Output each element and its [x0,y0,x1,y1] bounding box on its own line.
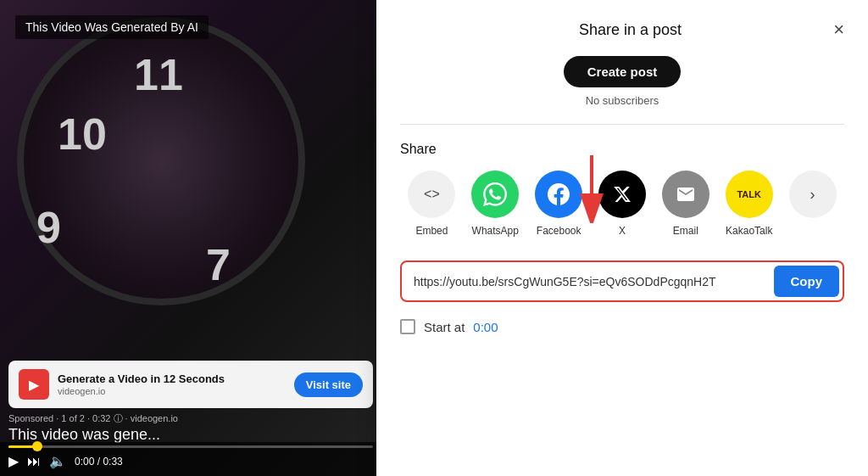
video-controls: ▶ ⏭ 🔈 0:00 / 0:33 [0,442,381,476]
progress-dot [32,441,42,451]
share-whatsapp[interactable]: WhatsApp [464,171,527,237]
kakaotalk-icon: TALK [726,171,773,218]
no-subscribers-label: No subscribers [586,94,659,107]
ad-banner: ▶ Generate a Video in 12 Seconds videoge… [8,361,373,408]
clock-num-11: 11 [134,49,183,100]
facebook-icon [535,171,582,218]
mute-button[interactable]: 🔈 [49,453,66,469]
create-post-button[interactable]: Create post [564,56,682,87]
email-icon [662,171,709,218]
url-text: https://youtu.be/srsCgWunG5E?si=eQv6SODd… [414,275,765,288]
modal-header: Share in a post × [400,20,844,39]
whatsapp-label: WhatsApp [472,225,519,237]
copy-button[interactable]: Copy [774,266,840,297]
video-player: 11 10 9 7 This Video Was Generated By AI… [0,0,381,476]
url-row: https://youtu.be/srsCgWunG5E?si=eQv6SODd… [400,260,844,302]
time-display: 0:00 / 0:33 [75,456,123,468]
play-button[interactable]: ▶ [8,453,19,469]
facebook-label: Facebook [537,225,581,237]
clock-num-10: 10 [58,109,107,160]
divider [400,124,844,125]
whatsapp-icon [471,171,519,218]
share-icons-row: <> Embed WhatsApp Facebook [400,171,844,237]
share-modal: Share in a post × Create post No subscri… [376,0,868,476]
email-label: Email [673,225,698,237]
x-icon [598,171,646,218]
ad-icon: ▶ [19,369,49,400]
next-button[interactable]: ⏭ [27,454,41,469]
kakaotalk-label: KakaoTalk [726,225,772,237]
ad-title: Generate a Video in 12 Seconds [58,372,286,387]
video-bottom-text: This video was gene... [8,426,373,444]
start-at-label: Start at [424,320,465,334]
share-more[interactable]: › [781,171,844,218]
ad-text: Generate a Video in 12 Seconds videogen.… [58,372,286,397]
clock-visual: 11 10 9 7 [17,17,305,305]
share-facebook[interactable]: Facebook [527,171,591,237]
start-at-time[interactable]: 0:00 [473,320,498,334]
share-x[interactable]: X [591,171,654,237]
clock-num-9: 9 [36,202,61,253]
embed-label: Embed [415,225,448,237]
share-embed[interactable]: <> Embed [400,171,464,237]
share-section-label: Share [400,142,844,157]
embed-icon: <> [408,171,455,218]
x-label: X [619,225,626,237]
video-title: This Video Was Generated By AI [15,15,209,39]
close-button[interactable]: × [833,20,844,39]
more-icon: › [789,171,837,218]
share-kakaotalk[interactable]: TALK KakaoTalk [717,171,781,237]
ad-domain: videogen.io [58,386,286,396]
clock-num-7: 7 [206,239,231,290]
create-post-section: Create post No subscribers [400,56,844,107]
start-at-checkbox[interactable] [400,319,415,334]
start-at-row: Start at 0:00 [400,319,844,334]
progress-bar[interactable] [8,445,373,448]
visit-site-button[interactable]: Visit site [294,372,363,397]
sponsored-label: Sponsored · 1 of 2 · 0:32 ⓘ · videogen.i… [8,412,178,425]
share-email[interactable]: Email [654,171,717,237]
modal-title: Share in a post [427,21,833,39]
